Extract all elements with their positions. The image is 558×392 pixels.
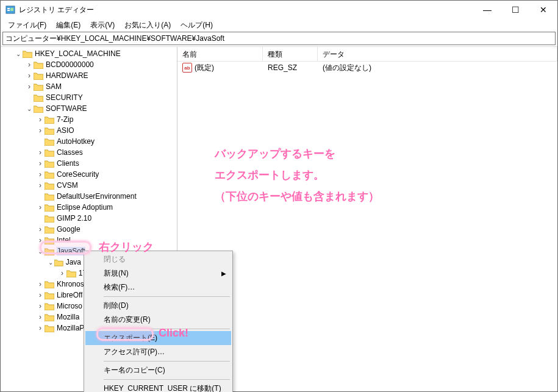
tree-node-google[interactable]: Google <box>3 224 177 235</box>
svg-rect-1 <box>7 8 10 9</box>
col-type[interactable]: 種類 <box>263 47 318 61</box>
menu-separator <box>104 296 230 297</box>
folder-icon <box>45 171 54 179</box>
folder-icon <box>23 50 32 58</box>
tree-node-microsoft[interactable]: Microso <box>3 301 87 312</box>
menu-item-delete[interactable]: 削除(D) <box>85 299 231 313</box>
menu-separator <box>104 379 230 380</box>
tree-node-classes[interactable]: Classes <box>3 147 177 158</box>
tree-node-17[interactable]: 17 <box>3 268 87 279</box>
menu-separator <box>104 329 230 329</box>
folder-icon <box>45 116 54 124</box>
value-data: (値の設定なし) <box>318 62 557 74</box>
tree-node-sam[interactable]: SAM <box>3 81 177 92</box>
tree-node-autohotkey[interactable]: AutoHotkey <box>3 136 177 147</box>
svg-rect-2 <box>7 10 10 11</box>
menu-item-copykey[interactable]: キー名のコピー(C) <box>85 363 231 377</box>
menu-edit[interactable]: 編集(E) <box>51 19 85 32</box>
col-name[interactable]: 名前 <box>177 47 263 61</box>
tree-node-security[interactable]: SECURITY <box>3 92 177 103</box>
value-name: (既定) <box>195 63 214 73</box>
folder-icon <box>45 280 54 288</box>
tree-node-asio[interactable]: ASIO <box>3 125 177 136</box>
menubar: ファイル(F) 編集(E) 表示(V) お気に入り(A) ヘルプ(H) <box>1 19 557 31</box>
folder-icon <box>45 193 54 201</box>
folder-icon <box>34 61 43 69</box>
context-menu: 閉じる 新規(N)▶ 検索(F)… 削除(D) 名前の変更(R) エクスポート(… <box>84 251 233 392</box>
tree-node-software[interactable]: SOFTWARE <box>3 103 177 114</box>
tree-node-7zip[interactable]: 7-Zip <box>3 114 177 125</box>
submenu-arrow-icon: ▶ <box>221 270 226 277</box>
folder-icon <box>45 313 54 321</box>
menu-item-permissions[interactable]: アクセス許可(P)… <box>85 345 231 359</box>
folder-icon <box>45 324 54 332</box>
tree-node-libreoffice[interactable]: LibreOff <box>3 290 87 301</box>
values-pane[interactable]: 名前 種類 データ ab(既定) REG_SZ (値の設定なし) <box>177 47 557 391</box>
menu-view[interactable]: 表示(V) <box>85 19 120 32</box>
menu-separator <box>104 361 230 362</box>
folder-icon <box>34 83 43 91</box>
folder-icon <box>45 302 54 310</box>
tree-node-mozillap[interactable]: MozillaP <box>3 323 87 333</box>
regedit-icon <box>5 5 15 15</box>
tree-node-eclipse[interactable]: Eclipse Adoptium <box>3 202 177 213</box>
tree-node-defaultuserenv[interactable]: DefaultUserEnvironment <box>3 191 177 202</box>
folder-icon <box>45 215 54 223</box>
tree-node-intel[interactable]: Intel <box>3 235 177 246</box>
tree-node-clients[interactable]: Clients <box>3 158 177 169</box>
folder-icon <box>45 237 54 244</box>
folder-icon <box>45 291 54 299</box>
tree-node-cvsm[interactable]: CVSM <box>3 180 177 191</box>
col-data[interactable]: データ <box>318 47 557 61</box>
value-type: REG_SZ <box>263 62 318 73</box>
tree-node-hklm[interactable]: HKEY_LOCAL_MACHINE <box>3 48 177 59</box>
tree-node-khronos[interactable]: Khronos <box>3 279 87 290</box>
tree-node-coresecurity[interactable]: CoreSecurity <box>3 169 177 180</box>
tree-node-bcd[interactable]: BCD00000000 <box>3 59 177 70</box>
folder-icon <box>45 127 54 135</box>
folder-icon <box>66 269 76 277</box>
menu-item-close: 閉じる <box>85 252 231 266</box>
menu-item-rename[interactable]: 名前の変更(R) <box>85 313 231 327</box>
titlebar: レジストリ エディター — ☐ ✕ <box>1 1 557 19</box>
folder-icon <box>45 248 54 255</box>
minimize-button[interactable]: — <box>473 1 501 19</box>
svg-rect-3 <box>10 8 13 11</box>
address-bar[interactable]: コンピューター¥HKEY_LOCAL_MACHINE¥SOFTWARE¥Java… <box>2 32 556 45</box>
folder-icon <box>45 226 54 233</box>
value-row-default[interactable]: ab(既定) REG_SZ (値の設定なし) <box>177 62 557 74</box>
menu-item-find[interactable]: 検索(F)… <box>85 280 231 294</box>
folder-icon <box>45 204 54 212</box>
folder-icon <box>45 138 54 146</box>
tree-node-mozilla[interactable]: Mozilla <box>3 312 87 323</box>
menu-favorites[interactable]: お気に入り(A) <box>120 19 176 32</box>
menu-item-export[interactable]: エクスポート(E) <box>85 331 231 345</box>
list-header: 名前 種類 データ <box>177 47 557 62</box>
string-icon: ab <box>182 63 192 73</box>
folder-icon <box>34 94 43 102</box>
window-title: レジストリ エディター <box>19 5 473 15</box>
folder-icon <box>34 72 43 80</box>
menu-file[interactable]: ファイル(F) <box>3 19 51 32</box>
folder-icon <box>45 182 54 190</box>
folder-icon <box>34 105 43 113</box>
menu-item-move-hkcu[interactable]: HKEY_CURRENT_USER に移動(T) <box>85 382 231 392</box>
maximize-button[interactable]: ☐ <box>501 1 529 19</box>
folder-icon <box>45 149 54 157</box>
menu-item-new[interactable]: 新規(N)▶ <box>85 266 231 280</box>
close-button[interactable]: ✕ <box>529 1 557 19</box>
folder-icon <box>45 160 54 168</box>
tree-node-java-hidden[interactable]: Java ... <box>3 257 87 268</box>
tree-node-gimp[interactable]: GIMP 2.10 <box>3 213 177 224</box>
menu-help[interactable]: ヘルプ(H) <box>176 19 218 32</box>
folder-icon <box>54 258 63 266</box>
tree-node-hardware[interactable]: HARDWARE <box>3 70 177 81</box>
